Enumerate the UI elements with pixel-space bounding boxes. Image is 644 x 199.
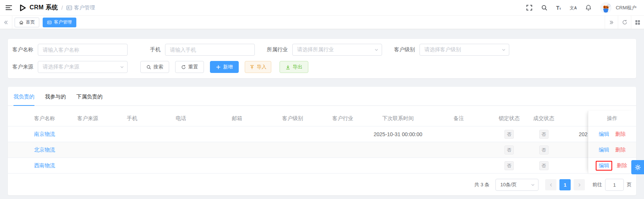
col-header: 成交状态 bbox=[529, 115, 558, 122]
breadcrumb: 客户管理 bbox=[66, 4, 95, 11]
chevron-down-icon bbox=[531, 183, 535, 187]
edit-link[interactable]: 编辑 bbox=[599, 162, 609, 168]
select-placeholder: 请选择客户级别 bbox=[424, 46, 461, 53]
search-icon bbox=[146, 65, 151, 70]
route-tabbar: 首页 客户管理 bbox=[0, 16, 644, 29]
field-label: 客户级别 bbox=[394, 46, 419, 53]
route-tab-customers[interactable]: 客户管理 bbox=[43, 18, 76, 27]
export-button[interactable]: 导出 bbox=[280, 61, 308, 73]
level-select[interactable]: 请选择客户级别 bbox=[419, 44, 509, 56]
delete-link[interactable]: 删除 bbox=[617, 162, 627, 169]
button-label: 搜索 bbox=[153, 64, 163, 70]
tabbar-tools bbox=[605, 16, 644, 29]
app-logo-icon[interactable] bbox=[19, 4, 27, 12]
grid-icon[interactable] bbox=[631, 16, 644, 29]
translate-icon[interactable]: 文A bbox=[570, 6, 577, 10]
tab-my-participated[interactable]: 我参与的 bbox=[45, 94, 66, 105]
edit-link[interactable]: 编辑 bbox=[599, 131, 609, 138]
breadcrumb-separator: / bbox=[61, 5, 63, 11]
font-size-icon[interactable]: Tт bbox=[556, 5, 561, 10]
lock-status-tag: 否 bbox=[504, 161, 514, 170]
customer-name-input[interactable] bbox=[38, 44, 128, 56]
delete-link[interactable]: 删除 bbox=[615, 147, 626, 153]
field-label: 客户来源 bbox=[12, 64, 38, 70]
lock-status-tag: 否 bbox=[504, 130, 514, 139]
customer-name-link[interactable]: 北京物流 bbox=[34, 147, 55, 153]
contact-card-icon bbox=[47, 20, 52, 25]
tab-subordinate[interactable]: 下属负责的 bbox=[76, 94, 103, 105]
search-icon[interactable] bbox=[541, 4, 547, 11]
refresh-icon bbox=[181, 65, 186, 70]
prev-page-button[interactable] bbox=[545, 179, 556, 190]
settings-fab-button[interactable] bbox=[631, 160, 644, 174]
source-select[interactable]: 请选择客户来源 bbox=[38, 61, 128, 73]
industry-select[interactable]: 请选择所属行业 bbox=[292, 44, 382, 56]
select-placeholder: 请选择客户来源 bbox=[43, 64, 79, 70]
import-button[interactable]: 导入 bbox=[245, 61, 271, 73]
deal-status-tag: 否 bbox=[539, 146, 549, 154]
filter-mobile: 手机 bbox=[140, 44, 255, 56]
customer-name-link[interactable]: 西南物流 bbox=[34, 162, 55, 168]
tab-my-responsible[interactable]: 我负责的 bbox=[13, 94, 34, 105]
col-header: 邮箱 bbox=[207, 115, 267, 122]
page-size-select[interactable]: 10条/页 bbox=[495, 179, 538, 191]
refresh-icon[interactable] bbox=[618, 16, 631, 29]
app-title: CRM 系统 bbox=[30, 4, 58, 12]
customer-name-link[interactable]: 南京物流 bbox=[34, 131, 55, 137]
contact-card-icon bbox=[66, 5, 72, 11]
field-label: 所属行业 bbox=[267, 46, 292, 53]
navbar-actions: Tт 文A CRM租户 bbox=[526, 2, 637, 13]
action-column-header: 操作 bbox=[588, 111, 636, 126]
col-header: 客户级别 bbox=[267, 115, 318, 122]
route-tab-label: 首页 bbox=[26, 19, 35, 25]
pagination: 共 3 条 10条/页 1 前往 页 bbox=[8, 179, 636, 191]
goto-page-input[interactable] bbox=[605, 179, 624, 191]
fullscreen-icon[interactable] bbox=[526, 4, 532, 11]
user-avatar[interactable] bbox=[600, 2, 611, 13]
button-label: 新增 bbox=[223, 64, 233, 70]
goto-suffix: 页 bbox=[627, 181, 632, 188]
col-header: 锁定状态 bbox=[489, 115, 529, 122]
col-header: 客户名称 bbox=[8, 115, 66, 122]
add-button[interactable]: 新增 bbox=[210, 61, 239, 73]
col-header: 备注 bbox=[429, 115, 489, 122]
page-number-1[interactable]: 1 bbox=[559, 179, 571, 190]
delete-link[interactable]: 删除 bbox=[615, 131, 626, 138]
mobile-input[interactable] bbox=[165, 44, 255, 56]
edit-link[interactable]: 编辑 bbox=[599, 147, 609, 153]
deal-status-tag: 否 bbox=[539, 130, 549, 139]
col-header: 客户来源 bbox=[66, 115, 110, 122]
collapse-menu-icon[interactable] bbox=[5, 4, 12, 11]
lock-status-tag: 否 bbox=[504, 146, 514, 154]
plus-icon bbox=[216, 65, 221, 70]
col-header: 电话 bbox=[155, 115, 207, 122]
upload-icon bbox=[250, 65, 254, 70]
chevron-down-icon bbox=[120, 65, 124, 69]
total-count: 共 3 条 bbox=[474, 181, 489, 188]
filter-row-1: 客户名称 手机 所属行业 请选择所属行业 客户级别 请选择客户级别 bbox=[12, 44, 632, 56]
select-placeholder: 请选择所属行业 bbox=[297, 46, 334, 53]
reset-button[interactable]: 重置 bbox=[175, 61, 204, 73]
cell-next-contact-time: 2025-10-31 00:00:00 bbox=[367, 131, 429, 137]
route-tabs: 首页 客户管理 bbox=[15, 18, 76, 27]
filter-industry: 所属行业 请选择所属行业 bbox=[267, 44, 382, 56]
page-content: 客户名称 手机 所属行业 请选择所属行业 客户级别 请选择客户级别 bbox=[0, 29, 644, 195]
route-tab-label: 客户管理 bbox=[54, 19, 72, 25]
filter-level: 客户级别 请选择客户级别 bbox=[394, 44, 509, 56]
goto-label: 前往 bbox=[592, 181, 602, 188]
chevrons-left-icon[interactable] bbox=[0, 16, 12, 29]
tenant-name[interactable]: CRM租户 bbox=[616, 4, 637, 11]
gear-icon bbox=[635, 164, 641, 171]
filter-source: 客户来源 请选择客户来源 bbox=[12, 61, 128, 73]
button-label: 导出 bbox=[293, 64, 302, 70]
filter-card: 客户名称 手机 所属行业 请选择所属行业 客户级别 请选择客户级别 bbox=[8, 39, 636, 78]
home-icon bbox=[19, 20, 24, 25]
chevrons-right-icon[interactable] bbox=[605, 16, 618, 29]
chevron-right-icon bbox=[577, 183, 582, 187]
table-row: 北京物流 否 否 bbox=[8, 142, 636, 158]
next-page-button[interactable] bbox=[574, 179, 585, 190]
bell-icon[interactable] bbox=[585, 4, 592, 11]
route-tab-home[interactable]: 首页 bbox=[15, 18, 39, 27]
row-actions: 编辑 删除 bbox=[588, 158, 636, 174]
search-button[interactable]: 搜索 bbox=[140, 61, 169, 73]
